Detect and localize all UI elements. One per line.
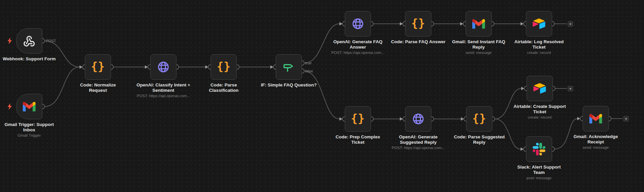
node-openai-classify-intent-sentiment[interactable]: OpenAI: Classify Intent + Sentiment POST… bbox=[150, 54, 176, 80]
arrowhead bbox=[145, 65, 148, 69]
arrowhead bbox=[400, 22, 403, 25]
arrowhead bbox=[521, 87, 524, 90]
node-label: Gmail: Acknowledge Receipt bbox=[562, 134, 629, 145]
node-code-normalize-request[interactable]: {} Code: Normalize Request bbox=[85, 54, 111, 80]
node-label: Webhook: Support Form bbox=[0, 56, 63, 62]
node-label: Code: Normalize Request bbox=[64, 82, 131, 93]
airtable-icon bbox=[533, 82, 547, 94]
arrowhead bbox=[339, 22, 342, 25]
connection-webhook-to-normalize[interactable] bbox=[45, 41, 79, 67]
if-false-label: false bbox=[305, 69, 313, 73]
code-braces-icon: {} bbox=[411, 18, 425, 30]
node-label: Code: Parse Suggested Reply bbox=[446, 134, 513, 145]
arrowhead bbox=[205, 65, 208, 69]
code-braces-icon: {} bbox=[472, 113, 486, 125]
node-box[interactable] bbox=[583, 106, 609, 131]
node-label: Gmail: Send Instant FAQ Reply bbox=[445, 39, 512, 50]
node-openai-generate-faq-answer[interactable]: OpenAI: Generate FAQ Answer POST: https:… bbox=[345, 11, 371, 37]
code-braces-icon: {} bbox=[91, 61, 105, 73]
arrowhead bbox=[521, 22, 524, 25]
node-box[interactable]: {} bbox=[345, 106, 371, 132]
node-label: Code: Parse Classification bbox=[190, 82, 257, 93]
code-braces-icon: {} bbox=[217, 61, 231, 73]
globe-icon bbox=[157, 60, 170, 74]
node-label: OpenAI: Generate Suggested Reply bbox=[385, 134, 452, 145]
node-subtitle: POST: https://api.openai.com... bbox=[381, 146, 455, 150]
node-gmail-trigger-support-inbox[interactable]: Gmail Trigger: Support Inbox Gmail Trigg… bbox=[16, 94, 42, 119]
node-subtitle: create: record bbox=[503, 115, 577, 119]
node-box[interactable] bbox=[16, 94, 42, 119]
node-box[interactable] bbox=[526, 11, 552, 37]
node-label: Airtable: Create Support Ticket bbox=[506, 104, 573, 115]
node-if-simple-faq-question[interactable]: IF: Simple FAQ Question? bbox=[276, 54, 302, 80]
node-box[interactable] bbox=[466, 11, 492, 37]
add-node-button[interactable]: + bbox=[568, 86, 573, 91]
node-box[interactable] bbox=[405, 106, 431, 132]
node-box[interactable] bbox=[276, 54, 302, 80]
node-box[interactable] bbox=[345, 11, 371, 37]
gmail-icon bbox=[23, 102, 36, 112]
node-label: Airtable: Log Resolved Ticket bbox=[505, 39, 573, 50]
node-airtable-log-resolved-ticket[interactable]: Airtable: Log Resolved Ticket create: re… bbox=[526, 11, 552, 37]
globe-icon bbox=[412, 112, 425, 126]
node-gmail-acknowledge-receipt[interactable]: Gmail: Acknowledge Receipt send: message bbox=[583, 106, 609, 131]
node-code-parse-classification[interactable]: {} Code: Parse Classification bbox=[211, 54, 237, 80]
node-subtitle: create: record bbox=[502, 51, 576, 55]
node-airtable-create-support-ticket[interactable]: Airtable: Create Support Ticket create: … bbox=[527, 76, 553, 101]
node-label: Gmail Trigger: Support Inbox bbox=[0, 122, 63, 133]
gmail-icon bbox=[589, 114, 602, 124]
if-true-label: true bbox=[305, 61, 312, 65]
webhook-icon bbox=[22, 34, 36, 48]
node-box[interactable]: {} bbox=[211, 54, 237, 80]
node-label: IF: Simple FAQ Question? bbox=[255, 82, 322, 88]
globe-icon bbox=[351, 17, 365, 30]
node-box[interactable] bbox=[527, 76, 553, 101]
gmail-icon bbox=[472, 19, 485, 29]
node-webhook-support-form[interactable]: Webhook: Support Form bbox=[16, 28, 42, 54]
node-gmail-send-instant-faq-reply[interactable]: Gmail: Send Instant FAQ Reply send: mess… bbox=[466, 11, 492, 37]
arrowhead bbox=[79, 65, 83, 69]
node-label: OpenAI: Generate FAQ Answer bbox=[324, 39, 391, 50]
trigger-bolt-icon bbox=[7, 38, 12, 44]
connection-if-false-to-prep[interactable] bbox=[304, 71, 339, 119]
arrowhead bbox=[521, 147, 524, 151]
node-box[interactable] bbox=[526, 136, 552, 162]
add-node-button[interactable]: + bbox=[568, 21, 573, 27]
node-box[interactable] bbox=[16, 28, 42, 54]
node-box[interactable]: {} bbox=[405, 11, 431, 37]
arrowhead bbox=[577, 117, 580, 120]
airtable-icon bbox=[532, 18, 546, 30]
arrowhead bbox=[461, 117, 464, 121]
arrowhead bbox=[270, 65, 273, 69]
code-braces-icon: {} bbox=[351, 113, 365, 125]
node-box[interactable]: {} bbox=[85, 54, 111, 80]
node-subtitle: send: message bbox=[559, 145, 633, 149]
node-box[interactable] bbox=[150, 54, 176, 80]
node-subtitle: Gmail Trigger bbox=[0, 133, 66, 137]
node-openai-generate-suggested-reply[interactable]: OpenAI: Generate Suggested Reply POST: h… bbox=[405, 106, 431, 132]
trigger-bolt-icon bbox=[7, 103, 12, 110]
add-node-button[interactable]: + bbox=[623, 116, 629, 122]
node-subtitle: POST: https://api.openai.com... bbox=[321, 51, 395, 55]
arrowhead bbox=[400, 117, 403, 121]
node-code-parse-suggested-reply[interactable]: {} Code: Parse Suggested Reply bbox=[466, 106, 492, 132]
signpost-icon bbox=[282, 60, 296, 74]
node-subtitle: POST: https://api.openai.com... bbox=[126, 94, 200, 98]
slack-icon bbox=[533, 143, 545, 155]
node-label: Slack: Alert Support Team bbox=[505, 165, 573, 176]
arrowhead bbox=[339, 117, 342, 121]
node-label: Code: Prep Complex Ticket bbox=[324, 134, 391, 145]
node-label: Code: Parse FAQ Answer bbox=[385, 39, 452, 45]
arrowhead bbox=[460, 22, 463, 25]
node-subtitle: post: message bbox=[502, 176, 576, 180]
workflow-canvas[interactable]: POST true false + + + Webhook: Support F… bbox=[0, 0, 644, 192]
node-code-parse-faq-answer[interactable]: {} Code: Parse FAQ Answer bbox=[405, 11, 431, 37]
node-box[interactable]: {} bbox=[466, 106, 492, 132]
node-label: OpenAI: Classify Intent + Sentiment bbox=[130, 82, 197, 93]
node-slack-alert-support-team[interactable]: Slack: Alert Support Team post: message bbox=[526, 136, 552, 162]
node-code-prep-complex-ticket[interactable]: {} Code: Prep Complex Ticket bbox=[345, 106, 371, 132]
webhook-method-label: POST bbox=[46, 39, 56, 43]
